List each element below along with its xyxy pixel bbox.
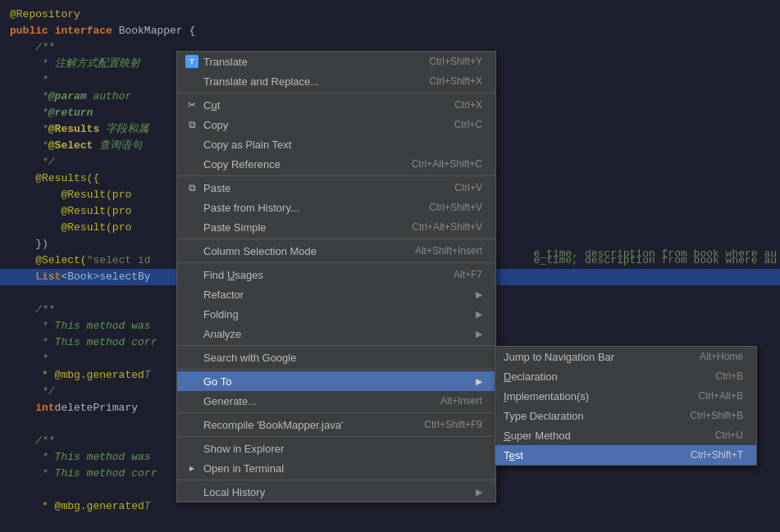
cut-icon: ✂ (185, 98, 198, 111)
empty-icon (185, 351, 198, 364)
empty-icon (185, 307, 198, 321)
menu-shortcut: Alt+Shift+Insert (415, 245, 482, 257)
menu-label: Paste from History... (203, 202, 299, 214)
menu-item-show-explorer[interactable]: Show in Explorer (177, 439, 495, 458)
right-code: e_time, description from book where au (534, 246, 777, 262)
menu-item-folding[interactable]: Folding ▶ (177, 304, 495, 324)
menu-item-translate[interactable]: T Translate Ctrl+Shift+Y (177, 52, 495, 71)
menu-label: Find Usages (203, 269, 263, 281)
menu-label: Analyze (203, 328, 241, 340)
arrow-icon: ▶ (476, 329, 482, 339)
separator (177, 412, 495, 413)
menu-item-translate-replace[interactable]: Translate and Replace... Ctrl+Shift+X (177, 71, 495, 91)
submenu-item-implementation[interactable]: Implementation(s) Ctrl+Alt+B (495, 386, 756, 406)
menu-item-cut[interactable]: ✂ Cut Ctrl+X (177, 95, 495, 115)
paste-icon: ⧉ (185, 181, 198, 194)
submenu-item-navbar[interactable]: Jump to Navigation Bar Alt+Home (495, 347, 756, 366)
menu-shortcut: Alt+F7 (454, 269, 482, 280)
menu-label: Copy as Plain Text (203, 139, 291, 151)
separator (177, 239, 495, 239)
empty-icon (185, 244, 198, 257)
menu-label: Jump to Navigation Bar (504, 351, 614, 363)
menu-item-paste-history[interactable]: Paste from History... Ctrl+Shift+V (177, 198, 495, 217)
menu-label: Search with Google (203, 352, 296, 364)
menu-item-copy[interactable]: ⧉ Copy Ctrl+C (177, 115, 495, 134)
menu-item-recompile[interactable]: Recompile 'BookMapper.java' Ctrl+Shift+F… (177, 415, 495, 434)
menu-label: Declaration (504, 371, 558, 383)
menu-item-goto[interactable]: Go To ▶ (177, 371, 495, 391)
submenu-item-super-method[interactable]: Super Method Ctrl+U (495, 425, 756, 445)
arrow-icon: ▶ (476, 487, 482, 498)
menu-shortcut: Ctrl+C (454, 119, 482, 130)
menu-label: Folding (203, 308, 239, 321)
goto-submenu: Jump to Navigation Bar Alt+Home Declarat… (495, 346, 757, 466)
empty-icon (185, 138, 198, 151)
menu-shortcut: Ctrl+X (454, 99, 482, 111)
menu-shortcut: Ctrl+Shift+B (690, 410, 743, 421)
menu-label: Recompile 'BookMapper.java' (203, 419, 343, 431)
menu-item-search-google[interactable]: Search with Google (177, 348, 495, 367)
menu-shortcut: Alt+Insert (440, 395, 482, 407)
separator (177, 175, 495, 176)
menu-label: Local History (203, 486, 265, 498)
menu-shortcut: Ctrl+Shift+V (429, 202, 482, 213)
menu-shortcut: Ctrl+Alt+Shift+C (412, 158, 482, 170)
menu-label: Translate and Replace... (203, 75, 319, 88)
menu-label: Copy (203, 119, 228, 131)
menu-shortcut: Ctrl+U (715, 430, 743, 441)
menu-label: Translate (203, 56, 248, 68)
menu-label: Cut (203, 99, 220, 111)
menu-item-generate[interactable]: Generate... Alt+Insert (177, 391, 495, 411)
empty-icon (185, 268, 198, 281)
menu-shortcut: Ctrl+Shift+F9 (424, 419, 482, 430)
menu-shortcut: Ctrl+Alt+B (698, 390, 743, 402)
menu-item-open-terminal[interactable]: ▸ Open in Terminal (177, 458, 495, 478)
menu-shortcut: Ctrl+V (454, 182, 482, 193)
menu-shortcut: Ctrl+B (715, 371, 743, 382)
context-menu: T Translate Ctrl+Shift+Y Translate and R… (176, 51, 496, 502)
code-line: @Repository (0, 7, 780, 23)
submenu-item-declaration[interactable]: Declaration Ctrl+B (495, 366, 756, 386)
menu-label: Go To (203, 375, 231, 388)
menu-label: Paste Simple (203, 221, 267, 234)
menu-shortcut: Alt+Home (700, 351, 743, 362)
menu-item-copy-ref[interactable]: Copy Reference Ctrl+Alt+Shift+C (177, 154, 495, 174)
menu-shortcut: Ctrl+Shift+Y (429, 56, 482, 67)
empty-icon (185, 288, 198, 301)
menu-item-local-history[interactable]: Local History ▶ (177, 482, 495, 502)
menu-label: Column Selection Mode (203, 245, 317, 257)
menu-label: Super Method (504, 430, 571, 442)
menu-shortcut: Ctrl+Shift+T (691, 449, 743, 461)
empty-icon (185, 394, 198, 407)
separator (177, 93, 495, 93)
code-line: public interface BookMapper { (0, 23, 780, 39)
arrow-icon: ▶ (476, 289, 482, 300)
menu-label: Test (504, 449, 523, 462)
empty-icon (185, 221, 198, 234)
empty-icon (185, 201, 198, 214)
submenu-item-type-decl[interactable]: Type Declaration Ctrl+Shift+B (495, 406, 756, 425)
menu-label: Generate... (203, 395, 257, 407)
empty-icon (185, 485, 198, 498)
menu-item-column-mode[interactable]: Column Selection Mode Alt+Shift+Insert (177, 241, 495, 261)
menu-label: Paste (203, 182, 230, 194)
menu-item-refactor[interactable]: Refactor ▶ (177, 284, 495, 304)
menu-item-paste[interactable]: ⧉ Paste Ctrl+V (177, 178, 495, 198)
menu-label: Implementation(s) (504, 390, 589, 402)
menu-shortcut: Ctrl+Alt+Shift+V (412, 221, 482, 233)
arrow-icon: ▶ (476, 376, 482, 387)
empty-icon (185, 75, 198, 88)
menu-shortcut: Ctrl+Shift+X (429, 75, 482, 87)
menu-label: Open in Terminal (203, 462, 284, 475)
menu-item-paste-simple[interactable]: Paste Simple Ctrl+Alt+Shift+V (177, 217, 495, 237)
annotation: @Repository (10, 7, 80, 23)
menu-item-copy-plain[interactable]: Copy as Plain Text (177, 134, 495, 154)
terminal-icon: ▸ (185, 462, 198, 475)
menu-label: Copy Reference (203, 158, 281, 171)
menu-item-find-usages[interactable]: Find Usages Alt+F7 (177, 265, 495, 284)
separator (177, 480, 495, 480)
submenu-item-test[interactable]: Test Ctrl+Shift+T (495, 445, 756, 465)
menu-item-analyze[interactable]: Analyze ▶ (177, 324, 495, 343)
empty-icon (185, 157, 198, 171)
separator (177, 436, 495, 437)
